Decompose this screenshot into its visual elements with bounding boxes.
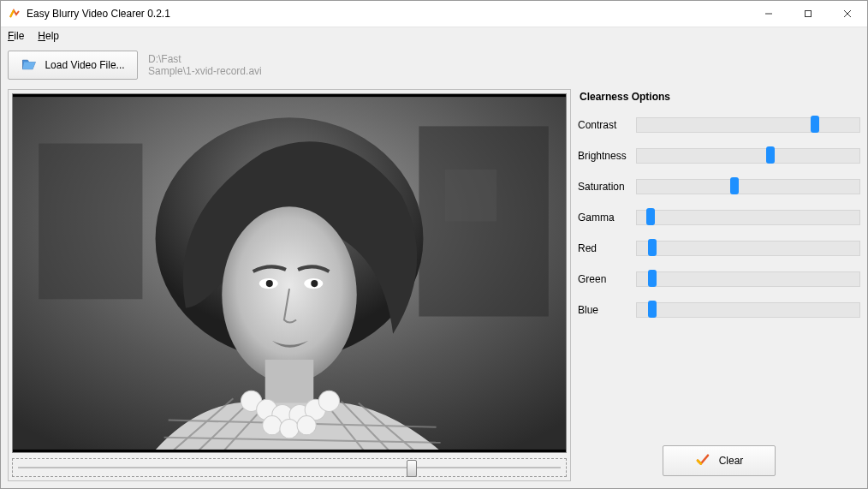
- svg-rect-7: [445, 170, 497, 222]
- blue-label: Blue: [578, 304, 636, 316]
- menu-file[interactable]: File: [8, 30, 24, 42]
- clearness-options-title: Clearness Options: [580, 91, 860, 103]
- minimize-button[interactable]: [749, 1, 788, 27]
- blue-slider[interactable]: [636, 302, 860, 318]
- svg-rect-1: [806, 11, 812, 17]
- green-label: Green: [578, 273, 636, 285]
- file-path-line1: D:\Fast: [148, 53, 262, 65]
- brightness-label: Brightness: [578, 150, 636, 162]
- menubar: File Help: [1, 27, 867, 45]
- gamma-row: Gamma: [578, 202, 860, 233]
- file-path-line2: Sample\1-xvid-record.avi: [148, 65, 262, 77]
- brightness-slider[interactable]: [636, 148, 860, 164]
- seek-slider[interactable]: [12, 458, 567, 477]
- main-content: Clearness Options Contrast Brightness Sa…: [1, 86, 867, 488]
- contrast-thumb[interactable]: [811, 116, 819, 133]
- svg-point-14: [311, 280, 318, 287]
- contrast-slider[interactable]: [636, 117, 860, 133]
- seek-track: [18, 467, 561, 468]
- svg-point-31: [297, 416, 316, 435]
- green-thumb[interactable]: [648, 270, 657, 287]
- saturation-thumb[interactable]: [730, 177, 739, 194]
- toolbar: Load Video File... D:\Fast Sample\1-xvid…: [1, 45, 867, 86]
- video-frame: [12, 93, 567, 453]
- saturation-slider[interactable]: [636, 179, 860, 194]
- red-slider[interactable]: [636, 241, 860, 256]
- clearness-options-panel: Clearness Options Contrast Brightness Sa…: [578, 89, 860, 481]
- red-label: Red: [578, 242, 636, 254]
- red-row: Red: [578, 233, 860, 264]
- folder-open-icon: [21, 56, 38, 75]
- close-button[interactable]: [828, 1, 867, 27]
- saturation-label: Saturation: [578, 181, 636, 193]
- app-icon: [8, 7, 21, 21]
- titlebar: Easy Blurry Video Clearer 0.2.1: [1, 1, 867, 27]
- saturation-row: Saturation: [578, 171, 860, 202]
- blue-row: Blue: [578, 295, 860, 325]
- gamma-label: Gamma: [578, 212, 636, 224]
- gamma-thumb[interactable]: [646, 208, 655, 225]
- app-window: Easy Blurry Video Clearer 0.2.1 File Hel…: [0, 0, 868, 489]
- svg-point-28: [318, 391, 339, 411]
- svg-point-29: [263, 416, 282, 435]
- green-slider[interactable]: [636, 271, 860, 287]
- svg-point-13: [266, 280, 273, 287]
- svg-rect-10: [265, 360, 314, 408]
- spacer: [578, 325, 860, 445]
- green-row: Green: [578, 264, 860, 295]
- window-controls: [749, 1, 867, 27]
- file-path: D:\Fast Sample\1-xvid-record.avi: [148, 53, 262, 77]
- red-thumb[interactable]: [648, 239, 657, 256]
- video-pane: [8, 89, 571, 481]
- clear-label: Clear: [719, 455, 744, 467]
- menu-help[interactable]: Help: [38, 30, 59, 42]
- svg-rect-5: [39, 144, 142, 300]
- clear-button[interactable]: Clear: [663, 445, 776, 476]
- contrast-label: Contrast: [578, 119, 636, 131]
- load-video-label: Load Video File...: [45, 59, 124, 71]
- window-title: Easy Blurry Video Clearer 0.2.1: [27, 8, 749, 20]
- maximize-button[interactable]: [788, 1, 828, 27]
- svg-point-9: [222, 206, 356, 383]
- brightness-row: Brightness: [578, 140, 860, 171]
- svg-rect-32: [13, 94, 566, 97]
- blue-thumb[interactable]: [648, 301, 657, 318]
- contrast-row: Contrast: [578, 110, 860, 140]
- checkmark-icon: [695, 452, 710, 470]
- svg-rect-33: [13, 450, 566, 452]
- gamma-slider[interactable]: [636, 210, 860, 225]
- brightness-thumb[interactable]: [766, 146, 775, 164]
- seek-thumb[interactable]: [407, 460, 417, 477]
- svg-point-30: [280, 420, 299, 438]
- load-video-button[interactable]: Load Video File...: [8, 51, 138, 80]
